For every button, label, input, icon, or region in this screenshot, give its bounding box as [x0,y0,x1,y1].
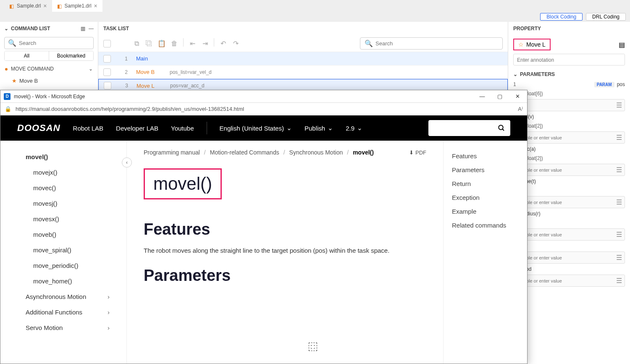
doc-main: ‹ Programming manual / Motion-related Co… [126,141,443,364]
toc-item[interactable]: Related commands [448,218,523,232]
sidebar-item[interactable]: Servo Motion› [26,320,126,335]
task-search-input[interactable] [375,40,498,47]
drl-coding-button[interactable]: DRL Coding [586,13,626,21]
row-name: Move B [136,69,170,75]
param-input[interactable]: ☰ [513,131,625,144]
chevron-down-icon[interactable]: ⌄ [4,26,8,31]
sidebar-item[interactable]: movel() [26,149,126,165]
close-icon[interactable]: × [94,3,97,9]
task-row[interactable]: 2 Move B pos_list=var_vel_d [98,65,508,79]
command-group-move[interactable]: MOVE COMMAND ⌄ [0,63,98,75]
tab-sample[interactable]: ◧ Sample.drl × [4,0,52,12]
menu-icon[interactable]: ☰ [616,277,622,285]
collapse-icon[interactable]: — [89,26,94,31]
row-checkbox[interactable] [103,55,111,63]
outdent-icon[interactable]: ⇤ [187,38,198,49]
maximize-button[interactable]: ▢ [494,93,506,100]
table-of-contents: FeaturesParametersReturnExceptionExample… [443,141,527,364]
param-input[interactable]: ☰ [513,196,625,208]
version-dropdown[interactable]: 2.9 ⌄ [346,124,362,132]
menu-icon[interactable]: ☰ [616,166,622,174]
sidebar-item[interactable]: movec() [26,180,126,196]
annotation-input-wrapper[interactable] [513,54,625,65]
publish-dropdown[interactable]: Publish ⌄ [304,124,333,132]
param-input[interactable]: ☰ [513,275,625,287]
row-name: Move L [136,83,170,89]
param-input[interactable]: ☰ [513,251,625,264]
command-search[interactable]: 🔍 [4,37,94,49]
sidebar-item[interactable]: Additional Functions› [26,304,126,320]
toc-item[interactable]: Features [448,149,523,163]
language-dropdown[interactable]: English (United States) ⌄ [220,124,292,132]
row-checkbox[interactable] [104,82,111,89]
parameters-header[interactable]: ⌄ PARAMETERS [508,69,630,80]
sidebar-item[interactable]: moveb() [26,227,126,242]
toc-item[interactable]: Return [448,177,523,191]
copy-icon[interactable]: ⧉ [131,38,142,49]
sidebar-item[interactable]: move_spiral() [26,242,126,258]
breadcrumb-item[interactable]: Programming manual [144,149,200,156]
collapse-sidebar-button[interactable]: ‹ [122,157,132,168]
filter-bookmarked[interactable]: Bookmarked [49,51,93,60]
menu-icon[interactable]: ☰ [616,230,622,238]
expand-icon[interactable]: ⛶ [309,343,317,351]
sidebar-item[interactable]: movesj() [26,196,126,211]
url-bar[interactable]: 🔒 https://manual.doosanrobotics.com/help… [0,103,527,115]
read-aloud-icon[interactable]: A⁾ [518,106,523,112]
block-coding-button[interactable]: Block Coding [540,13,583,21]
minimize-button[interactable]: — [476,93,488,100]
nav-youtube[interactable]: Youtube [171,125,194,132]
redo-icon[interactable]: ↷ [230,38,241,49]
pdf-download[interactable]: ⬇ PDF [409,149,426,156]
sidebar-item[interactable]: movejx() [26,165,126,180]
breadcrumb-item[interactable]: Motion-related Commands [210,149,279,156]
task-search[interactable]: 🔍 [360,37,503,50]
chevron-down-icon: ⌄ [286,124,292,132]
menu-icon[interactable]: ☰ [616,198,622,206]
site-search[interactable] [428,120,510,136]
nav-robot-lab[interactable]: Robot LAB [73,125,104,132]
columns-icon[interactable]: ▥ [81,26,85,31]
star-icon[interactable]: ☆ [518,41,524,48]
task-toolbar: ⧉ ⿻ 📋 🗑 ⇤ ⇥ ↶ ↷ 🔍 [98,35,508,52]
filter-tabs: All Bookmarked [4,51,94,61]
toc-item[interactable]: Exception [448,191,523,204]
nav-developer-lab[interactable]: Developer LAB [116,125,158,132]
menu-icon[interactable]: ☰ [616,134,622,141]
breadcrumb-item[interactable]: Synchronous Motion [289,149,343,156]
toc-item[interactable]: Example [448,204,523,218]
task-row[interactable]: 1 Main [98,52,508,65]
lock-icon: 🔒 [5,106,11,112]
command-item-moveb[interactable]: ★ Move B [0,75,98,86]
undo-icon[interactable]: ↶ [218,38,228,49]
group-label: MOVE COMMAND [11,66,54,72]
param-input[interactable]: ☰ [513,99,625,111]
select-all-checkbox[interactable] [103,40,111,47]
close-icon[interactable]: × [43,3,47,9]
chevron-down-icon: ⌄ [328,124,333,132]
book-icon[interactable]: ▤ [619,41,625,49]
logo[interactable]: DOOSAN [17,123,60,134]
sidebar-item[interactable]: move_home() [26,273,126,289]
menu-icon[interactable]: ☰ [616,101,622,109]
row-checkbox[interactable] [103,68,111,76]
sidebar-item[interactable]: movesx() [26,211,126,227]
section-parameters-title: Parameters [144,267,426,285]
search-input[interactable] [19,40,90,46]
sidebar-item[interactable]: Asynchronous Motion› [26,289,126,304]
section-features-title: Features [144,220,426,238]
chevron-down-icon: ⌄ [89,66,93,72]
close-button[interactable]: ✕ [511,93,524,100]
menu-icon[interactable]: ☰ [616,254,622,262]
indent-icon[interactable]: ⇥ [200,38,210,49]
annotation-input[interactable] [517,57,621,63]
param-input[interactable]: ☰ [513,228,625,241]
paste-icon[interactable]: 📋 [156,38,167,49]
toc-item[interactable]: Parameters [448,163,523,177]
tab-sample1[interactable]: ◧ Sample1.drl × [52,0,102,12]
filter-all[interactable]: All [5,51,49,60]
param-input[interactable]: ☰ [513,164,625,176]
sidebar-item[interactable]: move_periodic() [26,258,126,273]
duplicate-icon[interactable]: ⿻ [144,38,155,49]
delete-icon[interactable]: 🗑 [169,38,180,49]
